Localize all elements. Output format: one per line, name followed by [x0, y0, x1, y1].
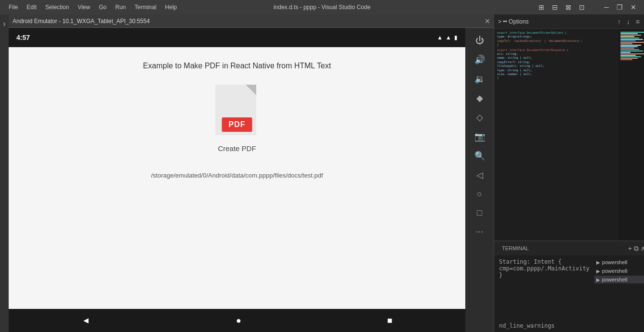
emulator-title: Android Emulator - 10.1_WXGA_Tablet_API_… [13, 18, 150, 25]
menu-edit[interactable]: Edit [23, 3, 40, 12]
activity-bar: › [0, 14, 9, 332]
menu-go[interactable]: Go [95, 3, 110, 12]
minimap [618, 29, 644, 241]
code-thumbnail: export interface DocumentPickerOptions {… [494, 29, 618, 82]
menu-run[interactable]: Run [111, 3, 130, 12]
shell-icon-1: ▶ [596, 260, 600, 265]
options-breadcrumb: > •• Options [498, 18, 528, 25]
customize-layout-icon[interactable]: ⊡ [576, 2, 588, 12]
minimize-button[interactable]: ─ [601, 2, 612, 12]
window-controls: ⊞ ⊟ ⊠ ⊡ ─ ❐ ✕ [536, 2, 639, 12]
signal-icon: ▲ [446, 34, 451, 41]
shell-item-1[interactable]: ▶ powershell [594, 258, 644, 266]
rotate-button[interactable]: ◆ [473, 90, 486, 106]
nd-line-warnings-text: nd_line_warnings [499, 322, 555, 329]
terminal-content[interactable]: Starting: Intent { cmp=com.pppp/.MainAct… [499, 258, 590, 319]
window-title: index.d.ts - pppp - Visual Studio Code [274, 4, 370, 11]
android-statusbar: 4:57 ▲ ▲ ▮ [9, 28, 465, 47]
recent-nav-button[interactable]: □ [474, 205, 485, 221]
emulator-toolbar: ⏻ 🔊 🔉 ◆ ◇ 📷 🔍 ◁ ○ □ ··· [465, 28, 494, 332]
shell-label-3: powershell [602, 277, 628, 282]
minimap-lines [618, 29, 644, 64]
terminal-header: TERMINAL + ⧉ ∧ ✕ [494, 241, 644, 255]
menu-file[interactable]: File [5, 3, 22, 12]
code-editor-area[interactable]: export interface DocumentPickerOptions {… [494, 29, 644, 241]
main-area: › Android Emulator - 10.1_WXGA_Tablet_AP… [0, 14, 644, 332]
restore-button[interactable]: ❐ [614, 2, 626, 12]
android-navbar: ◄ ● ■ [9, 309, 465, 332]
emulator-screen: 4:57 ▲ ▲ ▮ Example to Make PDF in React … [9, 28, 465, 332]
back-nav-button[interactable]: ◁ [473, 167, 486, 183]
wifi-icon: ▲ [437, 34, 443, 41]
terminal-tabs: TERMINAL [498, 244, 533, 252]
terminal-controls: + ⧉ ∧ ✕ [628, 244, 644, 253]
android-app-content: Example to Make PDF in React Native from… [9, 47, 465, 309]
toggle-sidebar-icon[interactable]: ⊞ [536, 2, 547, 12]
pdf-icon[interactable]: PDF [215, 85, 259, 138]
code-editor[interactable]: export interface DocumentPickerOptions {… [494, 29, 618, 241]
pdf-icon-container: PDF Create PDF [215, 85, 259, 162]
menu-terminal[interactable]: Terminal [131, 3, 160, 12]
menu-view[interactable]: View [74, 3, 94, 12]
erase-button[interactable]: ◇ [473, 109, 486, 126]
shell-label-1: powershell [602, 259, 628, 265]
scroll-down-button[interactable]: ↓ [625, 17, 632, 26]
close-button[interactable]: ✕ [628, 2, 639, 12]
emulator-container: Android Emulator - 10.1_WXGA_Tablet_API_… [9, 14, 494, 332]
home-nav-button[interactable]: ○ [474, 186, 485, 202]
zoom-button[interactable]: 🔍 [472, 148, 488, 164]
add-terminal-button[interactable]: + [628, 244, 632, 252]
shell-icon-3: ▶ [596, 277, 600, 282]
volume-up-button[interactable]: 🔊 [472, 51, 488, 68]
pdf-fold-inner [246, 85, 256, 95]
battery-icon: ▮ [454, 34, 458, 41]
shell-item-3[interactable]: ▶ powershell [594, 276, 644, 283]
scroll-up-button[interactable]: ↑ [616, 17, 623, 26]
power-button[interactable]: ⏻ [473, 33, 487, 49]
terminal-shell-list: ▶ powershell ▶ powershell ▶ powershell [594, 258, 644, 319]
android-status-icons: ▲ ▲ ▮ [437, 34, 458, 41]
pdf-path: /storage/emulated/0/Android/data/com.ppp… [151, 172, 323, 179]
pdf-badge: PDF [222, 117, 252, 132]
menu-help[interactable]: Help [161, 3, 181, 12]
menu-bar: File Edit Selection View Go Run Terminal… [5, 3, 181, 12]
vscode-right-panel: > •• Options ↑ ↓ ≡ ✕ export interface Do… [494, 14, 644, 332]
split-terminal-button[interactable]: ⧉ [634, 244, 639, 253]
screenshot-button[interactable]: 📷 [472, 128, 488, 145]
maximize-panel-button[interactable]: ∧ [641, 244, 644, 252]
home-button[interactable]: ● [236, 316, 241, 326]
shell-item-2[interactable]: ▶ powershell [594, 267, 644, 275]
android-time: 4:57 [16, 34, 30, 41]
recent-button[interactable]: ■ [387, 316, 393, 326]
shell-label-2: powershell [602, 268, 628, 274]
back-button[interactable]: ◄ [81, 316, 90, 326]
terminal-text: Starting: Intent { cmp=com.pppp/.MainAct… [499, 258, 590, 279]
options-bar: > •• Options ↑ ↓ ≡ ✕ [494, 14, 644, 29]
titlebar: File Edit Selection View Go Run Terminal… [0, 0, 644, 14]
volume-down-button[interactable]: 🔉 [472, 71, 488, 87]
emulator-body: 4:57 ▲ ▲ ▮ Example to Make PDF in React … [9, 28, 494, 332]
emulator-close-button[interactable]: ✕ [485, 17, 490, 25]
toggle-secondary-icon[interactable]: ⊠ [563, 2, 574, 12]
app-title: Example to Make PDF in React Native from… [143, 62, 331, 70]
list-view-button[interactable]: ≡ [634, 17, 642, 26]
create-pdf-label[interactable]: Create PDF [218, 144, 256, 153]
menu-selection[interactable]: Selection [41, 3, 73, 12]
more-button[interactable]: ··· [473, 224, 486, 240]
toggle-panel-icon[interactable]: ⊟ [549, 2, 561, 12]
terminal-status-line: nd_line_warnings [494, 322, 644, 332]
activity-bar-icon[interactable]: › [1, 17, 8, 31]
terminal-tab[interactable]: TERMINAL [498, 244, 533, 252]
options-controls: ↑ ↓ ≡ ✕ [616, 17, 644, 26]
terminal-body: Starting: Intent { cmp=com.pppp/.MainAct… [494, 255, 644, 322]
shell-icon-2: ▶ [596, 268, 600, 274]
emulator-titlebar: Android Emulator - 10.1_WXGA_Tablet_API_… [9, 14, 494, 28]
terminal-panel: TERMINAL + ⧉ ∧ ✕ Starting: Intent { cmp=… [494, 241, 644, 332]
